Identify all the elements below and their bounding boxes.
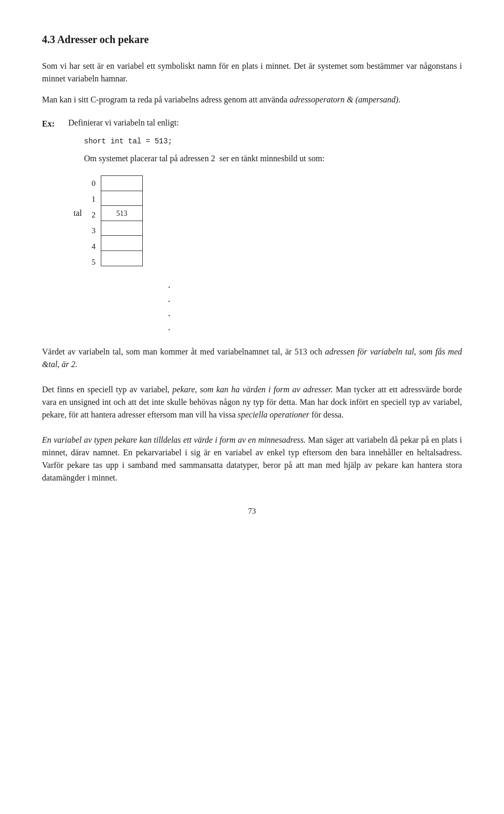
addr-5: 5	[88, 254, 99, 270]
paragraph-1: Som vi har sett är en variabel ett symbo…	[42, 60, 462, 85]
addr-0: 0	[88, 175, 99, 191]
italic-en: En variabel av typen pekare kan tilldela…	[42, 435, 306, 444]
italic-pekare1: pekare, som kan ha värden i form av adre…	[172, 385, 333, 394]
addr-3: 3	[88, 223, 99, 238]
tal-label: tal	[74, 207, 82, 220]
italic-ampersand: adressoperatorn & (ampersand)	[289, 95, 398, 104]
paragraph-4: Det finns en speciell typ av variabel, p…	[42, 383, 462, 421]
mem-box-2: 513	[101, 205, 143, 221]
mem-box-4	[101, 235, 143, 251]
dots: ····	[168, 282, 172, 335]
page-number: 73	[42, 505, 462, 517]
example-row: Ex: Definierar vi variabeln tal enligt:	[42, 117, 462, 130]
mem-box-3	[101, 221, 143, 236]
section-title: 4.3 Adresser och pekare	[42, 32, 462, 47]
code-snippet: short int tal = 513;	[84, 137, 172, 145]
memory-diagram: tal 0 1 2 3 4 5 513	[74, 175, 462, 270]
italic-speciella: speciella operationer	[238, 410, 309, 419]
address-numbers: 0 1 2 3 4 5	[88, 175, 99, 270]
italic-address: adressen för variabeln tal, som fås med …	[42, 347, 462, 369]
paragraph-2: Man kan i sitt C-program ta reda på vari…	[42, 93, 462, 106]
mem-box-5	[101, 251, 143, 266]
mem-box-1	[101, 191, 143, 206]
addr-2: 2	[88, 207, 99, 223]
memory-boxes: 513	[101, 175, 143, 265]
addr-4: 4	[88, 238, 99, 254]
page-content: 4.3 Adresser och pekare Som vi har sett …	[42, 32, 462, 517]
paragraph-5: En variabel av typen pekare kan tilldela…	[42, 434, 462, 484]
example-desc: Om systemet placerar tal på adressen 2 s…	[84, 154, 324, 163]
mem-box-0	[101, 175, 143, 191]
tal-label-side: tal	[74, 207, 82, 220]
addr-1: 1	[88, 191, 99, 207]
ex-label: Ex:	[42, 117, 58, 130]
example-text: Definierar vi variabeln tal enligt:	[68, 117, 179, 129]
example-block: Ex: Definierar vi variabeln tal enligt: …	[42, 117, 462, 165]
paragraph-3: Värdet av variabeln tal, som man kommer …	[42, 346, 462, 371]
